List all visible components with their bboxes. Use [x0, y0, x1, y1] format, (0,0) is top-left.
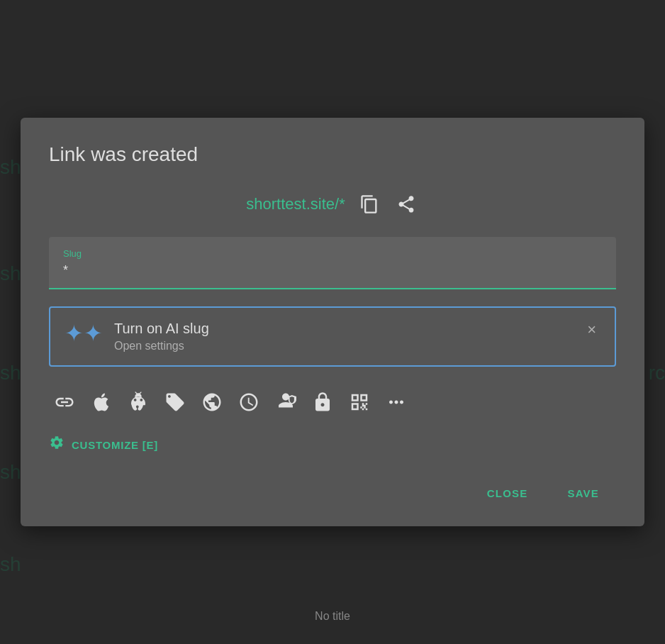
link-url: shorttest.site/*	[246, 195, 345, 213]
modal-overlay: Link was created shorttest.site/* Slug *	[0, 0, 665, 644]
save-button[interactable]: SAVE	[550, 480, 616, 506]
tools-row	[49, 387, 616, 418]
bottom-bar: No title	[0, 610, 665, 623]
dialog-title: Link was created	[49, 143, 616, 166]
slug-field: Slug *	[49, 237, 616, 289]
tool-clock-button[interactable]	[233, 387, 264, 418]
tool-globe-button[interactable]	[196, 387, 228, 418]
tool-more-button[interactable]	[381, 387, 412, 418]
more-icon	[386, 392, 407, 413]
share-icon	[396, 194, 416, 214]
ai-sparkle-icon: ✦✦	[65, 322, 103, 345]
android-icon	[128, 392, 149, 413]
copy-button[interactable]	[357, 191, 382, 217]
modal-footer: CLOSE SAVE	[49, 480, 616, 506]
ai-slug-close-button[interactable]: ×	[583, 321, 600, 339]
ai-slug-title: Turn on AI slug	[114, 321, 571, 337]
customize-row[interactable]: CUSTOMIZE [E]	[49, 435, 616, 455]
customize-label: CUSTOMIZE [E]	[72, 439, 158, 451]
apple-icon	[91, 392, 112, 413]
tool-link-button[interactable]	[49, 387, 80, 418]
slug-label: Slug	[63, 248, 602, 259]
tool-user-shield-button[interactable]	[270, 387, 301, 418]
ai-slug-subtitle: Open settings	[114, 340, 571, 352]
ai-slug-content: Turn on AI slug Open settings	[114, 321, 571, 352]
globe-icon	[201, 392, 223, 413]
lock-icon	[312, 392, 333, 413]
ai-slug-banner: ✦✦ Turn on AI slug Open settings ×	[49, 306, 616, 367]
bottom-text: No title	[315, 610, 350, 622]
tool-lock-button[interactable]	[307, 387, 338, 418]
tool-android-button[interactable]	[123, 387, 154, 418]
close-button[interactable]: CLOSE	[470, 480, 545, 506]
tool-tag-button[interactable]	[160, 387, 191, 418]
share-button[interactable]	[393, 191, 419, 217]
tag-icon	[164, 392, 186, 413]
dialog: Link was created shorttest.site/* Slug *	[21, 118, 644, 526]
copy-icon	[359, 194, 379, 214]
tool-qr-button[interactable]	[344, 387, 375, 418]
link-row: shorttest.site/*	[49, 191, 616, 217]
clock-icon	[238, 392, 259, 413]
qr-icon	[349, 392, 370, 413]
slug-value: *	[63, 263, 602, 278]
user-shield-icon	[275, 392, 296, 413]
tool-apple-button[interactable]	[86, 387, 117, 418]
customize-gear-icon	[49, 435, 65, 455]
chain-icon	[54, 392, 75, 413]
